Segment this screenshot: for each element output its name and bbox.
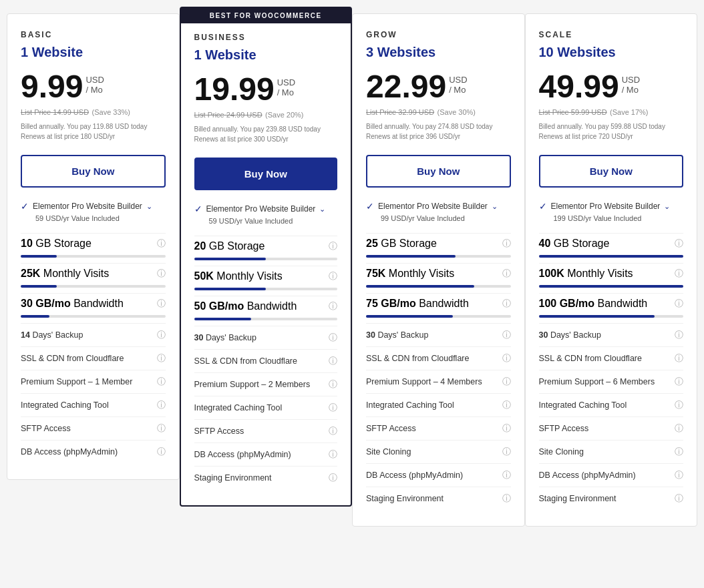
storage-info-icon[interactable]: ⓘ	[675, 238, 683, 250]
storage-info-icon[interactable]: ⓘ	[329, 240, 337, 252]
feature-info-icon[interactable]: ⓘ	[329, 425, 337, 437]
feature-info-icon[interactable]: ⓘ	[157, 352, 166, 364]
feature-info-icon[interactable]: ⓘ	[157, 446, 166, 458]
save-badge: (Save 33%)	[92, 108, 130, 116]
feature-info-icon[interactable]: ⓘ	[675, 493, 683, 505]
feature-ssl-cdn-from-cloudflare: SSL & CDN from Cloudflare ⓘ	[539, 346, 684, 370]
feature-info-icon[interactable]: ⓘ	[502, 469, 511, 481]
feature-label: Staging Environment	[366, 494, 500, 503]
feature-ssl-cdn-from-cloudflare: SSL & CDN from Cloudflare ⓘ	[21, 346, 166, 370]
storage-label: 40 GB Storage	[539, 238, 610, 250]
feature-info-icon[interactable]: ⓘ	[675, 352, 683, 364]
feature-label: SFTP Access	[366, 424, 500, 433]
plan-price: 49.99	[539, 71, 619, 103]
elementor-arrow: ⌄	[146, 202, 152, 211]
feature-info-icon[interactable]: ⓘ	[157, 376, 166, 388]
buy-button-basic[interactable]: Buy Now	[21, 155, 166, 188]
backup-label: 30 Days' Backup	[539, 330, 673, 340]
visits-info-icon[interactable]: ⓘ	[502, 268, 511, 280]
buy-button-business[interactable]: Buy Now	[194, 158, 338, 190]
plan-name: BUSINESS	[194, 33, 338, 42]
feature-info-icon[interactable]: ⓘ	[329, 472, 337, 484]
feature-info-icon[interactable]: ⓘ	[502, 446, 511, 458]
price-period: / Mo	[622, 85, 640, 95]
list-price: List Price 14.99 USD	[21, 108, 89, 116]
buy-button-grow[interactable]: Buy Now	[366, 155, 511, 188]
backup-info-icon[interactable]: ⓘ	[502, 329, 511, 341]
feature-label: SSL & CDN from Cloudflare	[194, 356, 327, 366]
plan-card-scale: SCALE 10 Websites 49.99 USD / Mo List Pr…	[525, 13, 698, 527]
feature-info-icon[interactable]: ⓘ	[502, 376, 511, 388]
backup-info-icon[interactable]: ⓘ	[157, 329, 166, 341]
feature-info-icon[interactable]: ⓘ	[502, 399, 511, 411]
feature-info-icon[interactable]: ⓘ	[329, 402, 337, 414]
storage-info-icon[interactable]: ⓘ	[502, 238, 511, 250]
backup-label: 14 Days' Backup	[21, 330, 154, 340]
feature-label: SSL & CDN from Cloudflare	[366, 354, 500, 363]
plan-websites: 1 Website	[21, 45, 166, 60]
plan-name: BASIC	[21, 30, 166, 39]
backup-info-icon[interactable]: ⓘ	[329, 332, 337, 344]
plan-card-grow: GROW 3 Websites 22.99 USD / Mo List Pric…	[352, 13, 525, 527]
list-price: List Price 59.99 USD	[539, 108, 607, 116]
feature-info-icon[interactable]: ⓘ	[675, 446, 683, 458]
feature-integrated-caching-tool: Integrated Caching Tool ⓘ	[539, 393, 684, 416]
elementor-value: 59 USD/yr Value Included	[194, 217, 338, 225]
plan-websites: 1 Website	[194, 47, 338, 63]
list-price: List Price 24.99 USD	[194, 111, 262, 119]
elementor-value: 99 USD/yr Value Included	[366, 214, 511, 222]
feature-db-access-phpmyadmin-: DB Access (phpMyAdmin) ⓘ	[539, 463, 684, 487]
elementor-label: Elementor Pro Website Builder	[378, 202, 488, 211]
price-currency: USD	[277, 77, 295, 87]
storage-label: 25 GB Storage	[366, 238, 437, 250]
bandwidth-label: 50 GB/mo Bandwidth	[194, 300, 297, 312]
feature-info-icon[interactable]: ⓘ	[157, 399, 166, 411]
feature-info-icon[interactable]: ⓘ	[329, 355, 337, 367]
plan-card-business: BEST FOR WOOCOMMERCE BUSINESS 1 Website …	[180, 7, 353, 507]
feature-label: Integrated Caching Tool	[21, 400, 154, 410]
feature-info-icon[interactable]: ⓘ	[157, 422, 166, 434]
feature-info-icon[interactable]: ⓘ	[675, 422, 683, 434]
feature-info-icon[interactable]: ⓘ	[675, 376, 683, 388]
feature-info-icon[interactable]: ⓘ	[502, 493, 511, 505]
feature-info-icon[interactable]: ⓘ	[502, 422, 511, 434]
billing-note: Billed annually. You pay 119.88 USD toda…	[21, 121, 166, 141]
feature-premium-support-2-members: Premium Support – 2 Members ⓘ	[194, 372, 338, 396]
plan-name: SCALE	[539, 30, 684, 39]
storage-label: 20 GB Storage	[194, 240, 265, 252]
feature-label: SFTP Access	[21, 424, 154, 433]
feature-info-icon[interactable]: ⓘ	[675, 469, 683, 481]
backup-label: 30 Days' Backup	[366, 330, 500, 340]
plan-websites: 3 Websites	[366, 45, 511, 60]
feature-integrated-caching-tool: Integrated Caching Tool ⓘ	[21, 393, 166, 416]
feature-info-icon[interactable]: ⓘ	[329, 378, 337, 390]
visits-info-icon[interactable]: ⓘ	[675, 268, 683, 280]
feature-staging-environment: Staging Environment ⓘ	[539, 487, 684, 510]
storage-info-icon[interactable]: ⓘ	[157, 238, 166, 250]
feature-site-cloning: Site Cloning ⓘ	[366, 440, 511, 463]
plan-websites: 10 Websites	[539, 45, 684, 60]
visits-info-icon[interactable]: ⓘ	[329, 270, 337, 282]
bandwidth-info-icon[interactable]: ⓘ	[502, 298, 511, 310]
backup-info-icon[interactable]: ⓘ	[675, 329, 683, 341]
feature-staging-environment: Staging Environment ⓘ	[194, 466, 338, 489]
plan-price: 19.99	[194, 73, 275, 105]
feature-db-access-phpmyadmin-: DB Access (phpMyAdmin) ⓘ	[366, 463, 511, 487]
bandwidth-label: 30 GB/mo Bandwidth	[21, 298, 124, 310]
feature-info-icon[interactable]: ⓘ	[675, 399, 683, 411]
elementor-arrow: ⌄	[319, 205, 325, 214]
feature-info-icon[interactable]: ⓘ	[502, 352, 511, 364]
feature-info-icon[interactable]: ⓘ	[329, 449, 337, 461]
feature-label: SSL & CDN from Cloudflare	[539, 354, 673, 363]
plan-price: 9.99	[21, 71, 83, 103]
billing-note: Billed annually. You pay 274.88 USD toda…	[366, 121, 511, 141]
bandwidth-info-icon[interactable]: ⓘ	[675, 298, 683, 310]
plan-price: 22.99	[366, 71, 446, 103]
backup-row: 30 Days' Backup ⓘ	[366, 323, 511, 346]
bandwidth-info-icon[interactable]: ⓘ	[329, 300, 337, 312]
buy-button-scale[interactable]: Buy Now	[539, 155, 684, 188]
visits-info-icon[interactable]: ⓘ	[157, 268, 166, 280]
feature-integrated-caching-tool: Integrated Caching Tool ⓘ	[194, 396, 338, 419]
elementor-label: Elementor Pro Website Builder	[206, 204, 316, 214]
bandwidth-info-icon[interactable]: ⓘ	[157, 298, 166, 310]
